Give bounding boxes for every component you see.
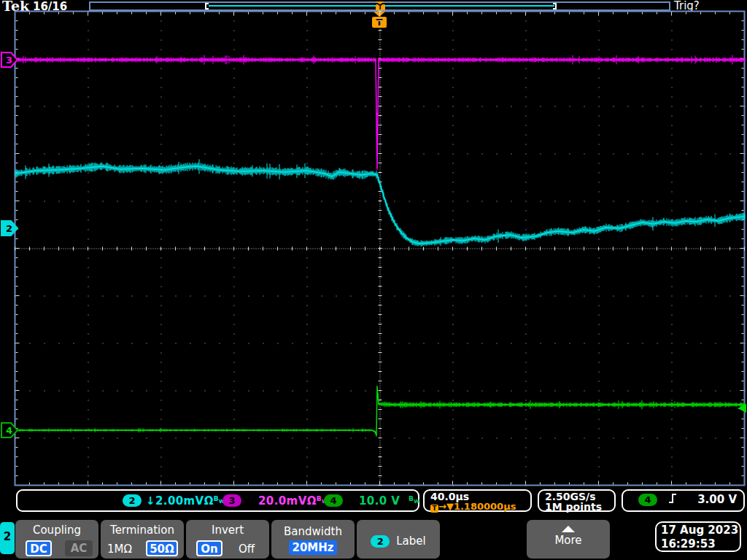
graticule: 324 [0,0,747,560]
trigger-source-badge: 4 [638,494,657,506]
ch4-marker-label: 4 [6,425,12,436]
trigger-t-icon: T [430,505,438,513]
coupling-ac-option[interactable]: AC [65,540,93,556]
trigger-readout-box: 4 3.00 V [622,489,745,512]
termination-50ohm-option[interactable]: 50Ω [146,540,178,556]
acquisition-readout-box: 2.50GS/s 1M points [538,489,616,512]
channel-readout-box: 2 ↓2.00mVΩBW 3 20.0mVΩBW 4 10.0 V BW [16,489,419,512]
ch2-badge: 2 [123,494,142,507]
ch3-trace-band [15,55,745,170]
timebase-readout-box: 40.0µs T→▼1.180000µs [423,489,532,512]
ch4-trace-band [15,386,745,437]
termination-title: Termination [101,524,184,537]
label-ch2-badge: 2 [371,535,390,548]
time-text: 16:29:53 [661,537,740,551]
ch2-marker-label: 2 [6,223,12,234]
termination-button[interactable]: Termination 1MΩ 50Ω [101,520,184,559]
date-text: 17 Aug 2023 [661,524,740,537]
invert-title: Invert [186,524,269,537]
coupling-button[interactable]: Coupling DC AC [15,520,98,559]
coupling-dc-option[interactable]: DC [26,540,52,556]
trigger-level-readout: 3.00 V [697,493,737,506]
coupling-title: Coupling [15,524,98,537]
ch4-scale-readout: 10.0 V [359,494,400,508]
termination-1m-option[interactable]: 1MΩ [107,542,132,556]
ch3-scale-readout: 20.0mVΩBW [258,494,328,508]
rising-edge-icon [668,493,677,504]
bandwidth-button[interactable]: Bandwidth 20MHz [271,520,355,559]
more-up-arrow-icon [562,526,575,532]
bandwidth-value[interactable]: 20MHz [289,540,337,555]
ch2-scale-readout: ↓2.00mVΩBW [146,494,225,508]
invert-off-option[interactable]: Off [239,542,255,556]
channel-2-menu-tab[interactable]: 2 [0,522,15,554]
invert-button[interactable]: Invert On Off [186,520,269,559]
ch4-badge: 4 [324,494,343,507]
label-text: Label [396,534,425,548]
record-length: 1M points [545,501,602,513]
trigger-delay-readout: T→▼1.180000µs [430,501,516,513]
oscilloscope-screen: Tek 16/16 Trig? T T 324 2 ↓2.00mVΩBW 3 2… [0,0,747,560]
label-button[interactable]: 2 Label [357,520,440,559]
ch4-trace [15,386,745,435]
ch3-badge: 3 [222,494,241,507]
datetime-display: 17 Aug 2023 16:29:53 [655,521,741,552]
invert-on-option[interactable]: On [196,540,222,556]
more-button[interactable]: More [527,520,610,559]
ch3-marker-label: 3 [6,55,12,66]
bandwidth-title: Bandwidth [271,525,355,538]
ch4-bandwidth-indicator: BW [409,494,419,508]
more-text: More [527,534,610,547]
